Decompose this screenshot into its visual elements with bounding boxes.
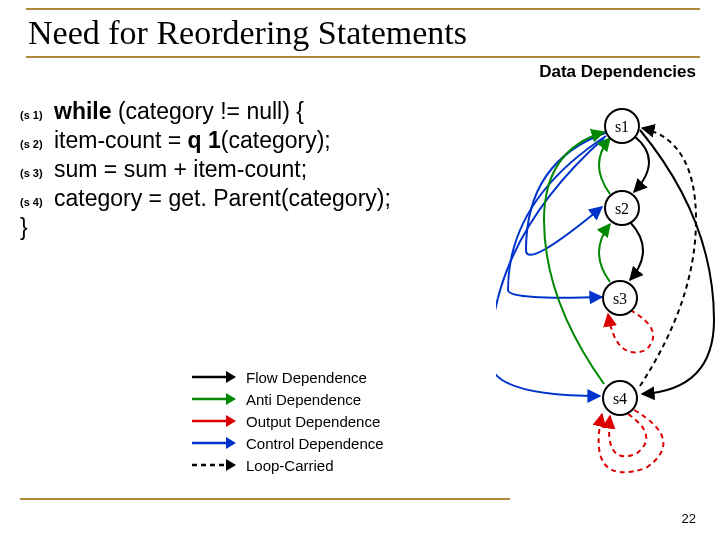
code-line-s3: (s 3) sum = sum + item-count; bbox=[20, 156, 470, 183]
svg-text:s4: s4 bbox=[613, 390, 627, 407]
slide-subtitle: Data Dependencies bbox=[20, 62, 696, 82]
code-line-s4: (s 4) category = get. Parent(category); bbox=[20, 185, 470, 212]
arrow-icon bbox=[190, 412, 236, 430]
code-text-s2: item-count = q 1(category); bbox=[54, 127, 331, 154]
stmt-label-s2: (s 2) bbox=[20, 130, 54, 150]
legend-label-flow: Flow Dependence bbox=[246, 369, 367, 386]
arrow-icon bbox=[190, 368, 236, 386]
divider bbox=[20, 498, 510, 500]
slide-title: Need for Reordering Statements bbox=[26, 8, 700, 58]
arrow-icon bbox=[190, 434, 236, 452]
graph-node-s1: s1 bbox=[605, 109, 639, 143]
code-text-s3: sum = sum + item-count; bbox=[54, 156, 307, 183]
legend-label-control: Control Dependence bbox=[246, 435, 384, 452]
arrow-icon bbox=[190, 456, 236, 474]
legend-row-output: Output Dependence bbox=[190, 410, 384, 432]
legend-row-anti: Anti Dependence bbox=[190, 388, 384, 410]
code-block: (s 1) while (category != null) { (s 2) i… bbox=[20, 98, 470, 241]
code-text-s4: category = get. Parent(category); bbox=[54, 185, 391, 212]
svg-text:s3: s3 bbox=[613, 290, 627, 307]
legend-label-output: Output Dependence bbox=[246, 413, 380, 430]
code-line-s1: (s 1) while (category != null) { bbox=[20, 98, 470, 125]
code-text-s1: while (category != null) { bbox=[54, 98, 304, 125]
graph-node-s2: s2 bbox=[605, 191, 639, 225]
legend: Flow Dependence Anti Dependence Output D… bbox=[190, 366, 384, 476]
svg-text:s1: s1 bbox=[615, 118, 629, 135]
page-number: 22 bbox=[682, 511, 696, 526]
graph-node-s3: s3 bbox=[603, 281, 637, 315]
legend-row-control: Control Dependence bbox=[190, 432, 384, 454]
legend-row-loop: Loop-Carried bbox=[190, 454, 384, 476]
dependency-graph: s1 s2 s3 s4 bbox=[496, 100, 716, 490]
svg-text:s2: s2 bbox=[615, 200, 629, 217]
arrow-icon bbox=[190, 390, 236, 408]
graph-node-s4: s4 bbox=[603, 381, 637, 415]
legend-label-loop: Loop-Carried bbox=[246, 457, 334, 474]
legend-row-flow: Flow Dependence bbox=[190, 366, 384, 388]
stmt-label-s3: (s 3) bbox=[20, 159, 54, 179]
stmt-label-s4: (s 4) bbox=[20, 188, 54, 208]
legend-label-anti: Anti Dependence bbox=[246, 391, 361, 408]
code-line-s2: (s 2) item-count = q 1(category); bbox=[20, 127, 470, 154]
code-close-brace: } bbox=[20, 214, 470, 241]
stmt-label-s1: (s 1) bbox=[20, 101, 54, 121]
